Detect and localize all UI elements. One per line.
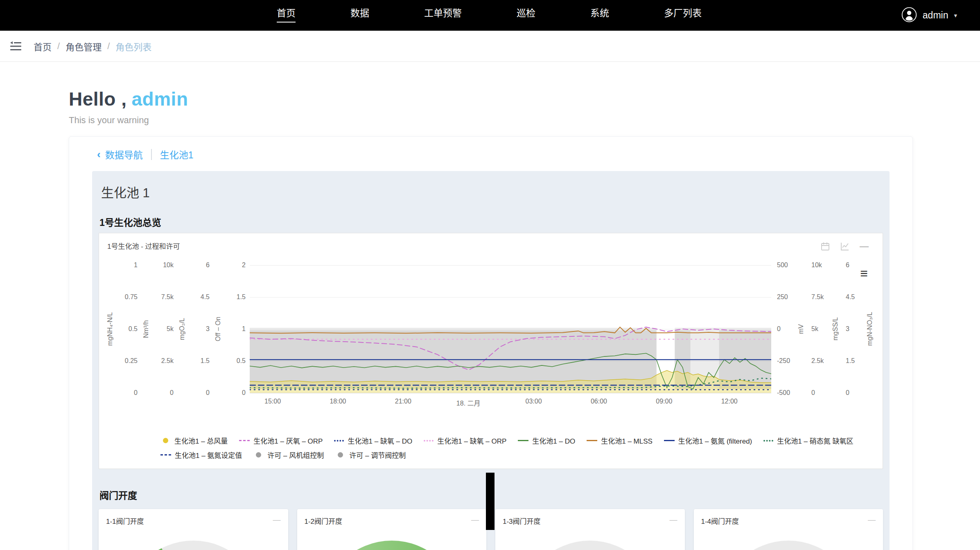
- legend-item[interactable]: 生化池1 – 总风量: [160, 435, 228, 446]
- axis-title: mV: [797, 265, 806, 393]
- legend-item[interactable]: 生化池1 – 厌氧 – ORP: [239, 435, 323, 446]
- chart-legend: 生化池1 – 总风量生化池1 – 厌氧 – ORP生化池1 – 缺氧 – DO生…: [160, 435, 883, 460]
- minimize-icon[interactable]: —: [860, 242, 869, 251]
- chart-title: 1号生化池 - 过程和许可: [107, 241, 180, 251]
- legend-item[interactable]: 许可 – 调节阀控制: [335, 450, 406, 460]
- legend-label: 生化池1 – MLSS: [601, 435, 653, 446]
- right-axis-unit: 10k7.5k5k2.5k0mgSS/L: [811, 265, 840, 393]
- line-chart-icon[interactable]: [840, 241, 850, 251]
- minimize-icon[interactable]: —: [670, 516, 677, 526]
- legend-row: 生化池1 – 氨氮设定值许可 – 风机组控制许可 – 调节阀控制: [160, 450, 883, 460]
- axis-tick: 0.5: [129, 325, 138, 333]
- legend-item[interactable]: 许可 – 风机组控制: [253, 450, 324, 460]
- x-axis-tick: 06:00: [591, 398, 607, 405]
- axis-ticks: 21.510.50: [223, 265, 246, 393]
- chart-body: mgNH₄-N/L10.750.50.250Nm³/h10k7.5k5k2.5k…: [99, 233, 883, 393]
- nav-item-巡检[interactable]: 巡检: [517, 9, 535, 23]
- right-axis-unit: 64.531.50mgN-NO₃/L: [846, 265, 874, 393]
- nav-item-数据[interactable]: 数据: [350, 9, 369, 23]
- scrollbar-thumb[interactable]: [486, 473, 495, 530]
- legend-marker: [587, 440, 597, 441]
- legend-item[interactable]: 生化池1 – 缺氧 – DO: [334, 435, 412, 446]
- axis-title: mgN-NO₃/L: [865, 265, 874, 393]
- legend-item[interactable]: 生化池1 – 缺氧 – ORP: [424, 435, 506, 446]
- legend-marker: [424, 440, 434, 442]
- axis-tick: 1.5: [846, 357, 855, 365]
- nav-item-多厂列表[interactable]: 多厂列表: [664, 9, 702, 23]
- avatar-icon: [901, 7, 917, 24]
- axis-title: mgNH₄-N/L: [106, 265, 115, 393]
- current-view-label[interactable]: 生化池1: [160, 147, 194, 161]
- breadcrumb-item[interactable]: 首页: [34, 40, 52, 53]
- legend-item[interactable]: 生化池1 – MLSS: [587, 435, 653, 446]
- legend-label: 生化池1 – 氨氮 (filtered): [678, 435, 752, 446]
- nav-item-首页[interactable]: 首页: [277, 9, 296, 23]
- axis-ticks: 10k7.5k5k2.5k0: [151, 265, 174, 393]
- axis-tick: 0.75: [125, 293, 138, 301]
- sidebar-toggle-icon[interactable]: [10, 41, 22, 51]
- x-axis-tick: 18. 二月: [456, 398, 481, 408]
- page-title: Hello ,admin: [69, 88, 980, 110]
- subnav: ‹ 数据导航 生化池1: [97, 147, 890, 161]
- gauge-card-header: 1-1阀门开度—: [99, 509, 288, 526]
- axis-tick: 0: [242, 389, 246, 397]
- nav-item-工单预警[interactable]: 工单预警: [424, 9, 462, 23]
- legend-row: 生化池1 – 总风量生化池1 – 厌氧 – ORP生化池1 – 缺氧 – DO生…: [160, 435, 883, 446]
- section-overview-heading: 1号生化池总览: [99, 215, 883, 229]
- legend-item[interactable]: 生化池1 – DO: [518, 435, 575, 446]
- plot-area[interactable]: 15:0018:0021:0018. 二月03:0006:0009:0012:0…: [250, 265, 771, 393]
- axis-ticks: 10k7.5k5k2.5k0: [811, 265, 831, 393]
- panel-title: 生化池 1: [101, 183, 883, 201]
- gauge-card-header: 1-2阀门开度—: [297, 509, 487, 526]
- legend-item[interactable]: 生化池1 – 氨氮设定值: [160, 450, 242, 460]
- left-axis-unit: mgNH₄-N/L10.750.50.250: [106, 265, 138, 393]
- axis-ticks: 64.531.50: [846, 265, 865, 393]
- axis-title: mgSS/L: [831, 265, 840, 393]
- x-axis-tick: 12:00: [721, 398, 738, 405]
- axis-ticks: 10.750.50.250: [115, 265, 138, 393]
- axis-title: Off – On: [214, 265, 223, 393]
- axis-tick: 6: [846, 261, 849, 269]
- legend-marker: [163, 438, 168, 443]
- legend-item[interactable]: 生化池1 – 氨氮 (filtered): [664, 435, 752, 446]
- axis-tick: 4.5: [846, 293, 855, 301]
- gauge-card: 1-2阀门开度—: [297, 509, 487, 550]
- x-axis-tick: 03:00: [526, 398, 542, 405]
- legend-marker: [239, 440, 250, 441]
- axis-tick: 5k: [167, 325, 174, 333]
- user-name: admin: [923, 10, 948, 21]
- back-button[interactable]: ‹ 数据导航: [97, 147, 143, 161]
- gauge-donut: [719, 541, 858, 550]
- legend-item[interactable]: 生化池1 – 硝态氮 缺氧区: [763, 435, 853, 446]
- axis-tick: -500: [777, 389, 790, 397]
- breadcrumb-separator: /: [57, 41, 60, 52]
- nav-item-系统[interactable]: 系统: [590, 9, 609, 23]
- axis-tick: 7.5k: [161, 293, 174, 301]
- minimize-icon[interactable]: —: [471, 516, 479, 526]
- left-axis-unit: Nm³/h10k7.5k5k2.5k0: [142, 265, 174, 393]
- minimize-icon[interactable]: —: [273, 516, 281, 526]
- legend-label: 生化池1 – DO: [532, 435, 575, 446]
- process-chart-card: 1号生化池 - 过程和许可 —: [99, 233, 883, 469]
- axis-tick: 5k: [811, 325, 818, 333]
- gauge-card-header: 1-4阀门开度—: [694, 509, 883, 526]
- axis-tick: 2: [242, 261, 246, 269]
- plot-svg: [250, 265, 771, 393]
- calendar-icon[interactable]: [820, 241, 830, 251]
- axis-tick: 4.5: [201, 293, 210, 301]
- axis-tick: 3: [206, 325, 210, 333]
- user-menu[interactable]: admin ▾: [901, 0, 957, 31]
- axis-tick: 0.5: [237, 357, 246, 365]
- breadcrumb-bar: 首页/角色管理/角色列表: [0, 31, 980, 62]
- axis-tick: 10k: [163, 261, 174, 269]
- axis-tick: 0: [846, 389, 849, 397]
- axis-tick: 1.5: [201, 357, 210, 365]
- chevron-left-icon: ‹: [97, 149, 101, 160]
- gauge-card: 1-3阀门开度—: [495, 509, 685, 550]
- axis-ticks: 5002500-250-500: [777, 265, 797, 393]
- breadcrumb-item[interactable]: 角色管理: [65, 40, 102, 53]
- gauge-title: 1-3阀门开度: [503, 516, 541, 526]
- legend-marker: [338, 452, 343, 458]
- axis-tick: 0: [206, 389, 210, 397]
- minimize-icon[interactable]: —: [868, 516, 876, 526]
